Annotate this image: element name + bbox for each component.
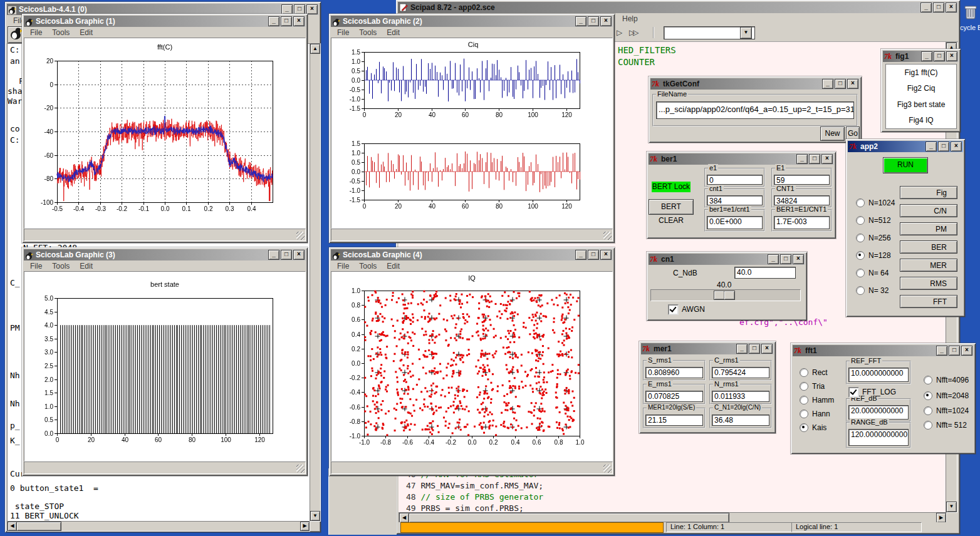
close-icon[interactable]: × xyxy=(946,3,957,13)
radio-nfft-4096[interactable]: Nfft=4096 xyxy=(924,376,969,384)
radio-nfft-2048[interactable]: Nfft=2048 xyxy=(924,391,969,400)
radio-n-256[interactable]: N=256 xyxy=(856,234,891,242)
filename-input[interactable]: ...p_sci/app/app02/conf/q64_a=0.15_up=2_… xyxy=(656,101,854,119)
maximize-icon[interactable]: □ xyxy=(294,4,305,14)
hscroll-thumb[interactable] xyxy=(409,513,729,523)
radio-icon[interactable] xyxy=(856,251,865,260)
close-icon[interactable]: × xyxy=(600,250,612,260)
maximize-icon[interactable]: □ xyxy=(934,51,945,61)
run-partial-icon[interactable]: ▷ xyxy=(617,28,622,37)
minimize-icon[interactable]: _ xyxy=(575,16,586,26)
close-icon[interactable]: × xyxy=(793,254,804,264)
combobox-dropdown-icon[interactable]: ▼ xyxy=(740,27,752,39)
console-vscrollbar[interactable]: ▲ ▼ xyxy=(310,43,321,522)
field-value[interactable]: 36.48 xyxy=(712,415,769,426)
scroll-right-icon[interactable]: ▶ xyxy=(300,522,310,531)
maximize-icon[interactable]: □ xyxy=(780,254,791,264)
radio-n-512[interactable]: N=512 xyxy=(856,216,891,225)
console-hscrollbar[interactable]: ◀ ▶ xyxy=(7,521,310,532)
cndb-input[interactable]: 40.0 xyxy=(734,267,796,279)
maximize-icon[interactable]: □ xyxy=(588,250,599,260)
cndb-slider[interactable] xyxy=(650,289,801,301)
radio-nfft-512[interactable]: Nfft= 512 xyxy=(924,421,967,430)
maximize-icon[interactable]: □ xyxy=(281,16,292,26)
maximize-icon[interactable]: □ xyxy=(588,16,599,26)
scroll-right-icon[interactable]: ▶ xyxy=(936,513,946,523)
scipad-titlebar[interactable]: Scipad 8.72 - app02.sce _ □ × xyxy=(398,2,958,13)
bert-clear-button[interactable]: BERT CLEAR xyxy=(649,199,694,215)
maximize-icon[interactable]: □ xyxy=(809,154,820,164)
scroll-left-icon[interactable]: ◀ xyxy=(399,513,409,523)
radio-n-128[interactable]: N=128 xyxy=(856,251,891,260)
field-value[interactable]: 20.0000000000 xyxy=(848,405,909,420)
mer-button[interactable]: MER xyxy=(900,259,957,272)
radio-kais[interactable]: Kais xyxy=(800,423,826,432)
hscroll-thumb[interactable] xyxy=(16,522,61,531)
close-icon[interactable]: × xyxy=(946,51,957,61)
radio-icon[interactable] xyxy=(856,216,865,225)
maximize-icon[interactable]: □ xyxy=(938,142,949,152)
field-value[interactable]: 384 xyxy=(707,195,763,205)
field-value[interactable]: 0.0E+000 xyxy=(707,216,763,229)
fast-forward-icon[interactable]: ▷▷ xyxy=(629,28,637,37)
radio-icon[interactable] xyxy=(856,286,865,295)
field-value[interactable]: 120.0000000000 xyxy=(848,429,909,446)
field-value[interactable]: 0 xyxy=(707,175,763,185)
rms-button[interactable]: RMS xyxy=(900,277,957,290)
resize-grip[interactable] xyxy=(296,465,305,473)
field-value[interactable]: 0.070825 xyxy=(645,391,703,402)
minimize-icon[interactable]: _ xyxy=(796,154,808,164)
minimize-icon[interactable]: _ xyxy=(936,346,947,356)
minimize-icon[interactable]: _ xyxy=(921,51,932,61)
radio-icon[interactable] xyxy=(800,382,808,391)
radio-icon[interactable] xyxy=(924,406,932,415)
minimize-icon[interactable]: _ xyxy=(268,16,279,26)
field-value[interactable]: 59 xyxy=(774,175,830,185)
field-value[interactable]: 0.795424 xyxy=(712,367,769,378)
scroll-up-icon[interactable]: ▲ xyxy=(310,44,320,54)
minimize-icon[interactable]: _ xyxy=(925,142,937,152)
resize-grip[interactable] xyxy=(603,232,612,240)
awgn-checkbox[interactable] xyxy=(668,304,679,315)
fig-button[interactable]: Fig xyxy=(900,186,957,199)
radio-n-1024[interactable]: N=1024 xyxy=(856,198,895,207)
fft-button[interactable]: FFT xyxy=(900,295,957,308)
fftlog-checkbox[interactable] xyxy=(848,387,859,398)
field-value[interactable]: 21.15 xyxy=(645,415,703,426)
radio-icon[interactable] xyxy=(856,198,865,207)
close-icon[interactable]: × xyxy=(293,16,305,26)
recycle-bin-icon[interactable] xyxy=(964,4,977,21)
field-value[interactable]: 10.0000000000 xyxy=(848,368,909,382)
radio-n-64[interactable]: N= 64 xyxy=(856,269,889,277)
run-button[interactable]: RUN xyxy=(883,157,928,173)
scroll-down-icon[interactable]: ▼ xyxy=(946,502,957,512)
close-icon[interactable]: × xyxy=(847,79,858,89)
radio-icon[interactable] xyxy=(800,396,808,405)
maximize-icon[interactable]: □ xyxy=(933,3,944,13)
radio-icon[interactable] xyxy=(924,376,932,384)
new-button[interactable]: New xyxy=(820,126,845,141)
c-n-button[interactable]: C/N xyxy=(900,204,957,217)
slider-handle[interactable] xyxy=(714,291,735,300)
radio-tria[interactable]: Tria xyxy=(800,382,825,391)
minimize-icon[interactable]: _ xyxy=(822,79,833,89)
maximize-icon[interactable]: □ xyxy=(835,79,846,89)
resize-grip[interactable] xyxy=(296,232,305,240)
radio-icon[interactable] xyxy=(800,423,808,432)
resize-grip[interactable] xyxy=(603,465,612,473)
minimize-icon[interactable]: _ xyxy=(736,344,748,354)
radio-n-32[interactable]: N= 32 xyxy=(856,286,889,295)
close-icon[interactable]: × xyxy=(821,154,833,164)
minimize-icon[interactable]: _ xyxy=(268,250,279,260)
pm-button[interactable]: PM xyxy=(900,222,957,235)
radio-icon[interactable] xyxy=(856,269,865,277)
radio-icon[interactable] xyxy=(800,368,808,377)
minimize-icon[interactable]: _ xyxy=(281,4,293,14)
close-icon[interactable]: × xyxy=(306,4,318,14)
maximize-icon[interactable]: □ xyxy=(949,346,960,356)
radio-hamm[interactable]: Hamm xyxy=(800,396,834,405)
radio-nfft-1024[interactable]: Nfft=1024 xyxy=(924,406,969,415)
minimize-icon[interactable]: _ xyxy=(768,254,779,264)
menu-help[interactable]: Help xyxy=(622,14,638,23)
maximize-icon[interactable]: □ xyxy=(749,344,760,354)
